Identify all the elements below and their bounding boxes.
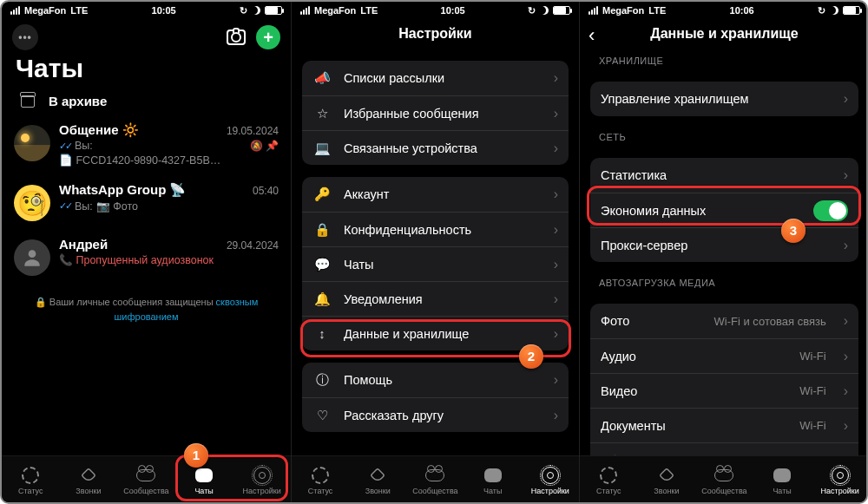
info-icon: ⓘ xyxy=(312,372,332,389)
star-icon: ☆ xyxy=(312,106,332,121)
settings-group: 📣Списки рассылки› ☆Избранные сообщения› … xyxy=(302,61,569,165)
chat-row[interactable]: 🧐 WhatsApp Group 📡 05:40 ✓✓ Вы: 📷 Фото xyxy=(2,177,291,232)
chevron-right-icon: › xyxy=(554,106,558,121)
communities-icon xyxy=(136,469,155,481)
row-tell-friend[interactable]: ♡Рассказать другу› xyxy=(302,397,569,432)
chat-name: Общение 🔆 xyxy=(59,122,139,138)
tab-chats[interactable]: Чаты xyxy=(756,466,808,495)
page-title: Чаты xyxy=(2,54,291,90)
chats-icon xyxy=(773,468,791,482)
encryption-notice: 🔒 Ваши личные сообщения защищены сквозны… xyxy=(2,286,291,324)
chat-preview: ✓✓ Вы: 📷 Фото xyxy=(59,200,279,213)
row-help[interactable]: ⓘПомощь› xyxy=(302,363,569,397)
tab-status[interactable]: Статус xyxy=(4,466,56,495)
row-auto-photo[interactable]: ФотоWi-Fi и сотовая связь› xyxy=(590,304,858,338)
row-broadcast-lists[interactable]: 📣Списки рассылки› xyxy=(302,61,569,95)
tab-calls[interactable]: Звонки xyxy=(352,466,404,495)
dnd-icon xyxy=(252,6,260,15)
tab-status[interactable]: Статус xyxy=(582,466,635,495)
read-ticks-icon: ✓✓ xyxy=(59,141,71,152)
chat-row[interactable]: Общение 🔆 19.05.2024 ✓✓ Вы: 🔕 📌 📄 FCCD14… xyxy=(2,117,291,177)
row-auto-audio[interactable]: АудиоWi-Fi› xyxy=(590,338,858,373)
new-chat-button[interactable]: + xyxy=(256,25,280,49)
chevron-right-icon: › xyxy=(844,313,848,329)
row-account[interactable]: 🔑Аккаунт› xyxy=(302,177,569,212)
camera-icon[interactable] xyxy=(227,29,246,45)
chat-preview-line2: 📄 FCCD1420-9890-4327-B5B… xyxy=(59,154,279,167)
screen-data-storage: MegaFonLTE 10:06 ↻ ‹ Данные и хранилище … xyxy=(580,2,868,502)
tab-settings[interactable]: Настройки xyxy=(814,466,866,495)
svg-point-0 xyxy=(29,250,36,258)
screen-settings: MegaFonLTE 10:05 ↻ Настройки 📣Списки рас… xyxy=(291,2,580,502)
chat-preview: ✓✓ Вы: xyxy=(59,140,93,152)
lock-icon: 🔒 xyxy=(312,222,332,238)
row-reset-auto[interactable]: Сбросить настройки автозагрузки xyxy=(590,442,858,455)
tab-calls[interactable]: Звонки xyxy=(62,466,115,495)
tab-status[interactable]: Статус xyxy=(294,466,346,495)
row-statistics[interactable]: Статистика› xyxy=(590,158,858,193)
chevron-right-icon: › xyxy=(844,418,848,434)
row-auto-docs[interactable]: ДокументыWi-Fi› xyxy=(590,408,858,442)
row-notifications[interactable]: 🔔Уведомления› xyxy=(302,281,569,316)
battery-icon xyxy=(843,6,860,15)
tab-communities[interactable]: Сообщества xyxy=(120,466,172,495)
avatar xyxy=(14,125,50,161)
tab-chats[interactable]: Чаты xyxy=(467,466,519,495)
chevron-right-icon: › xyxy=(844,383,848,399)
chat-name: WhatsApp Group 📡 xyxy=(59,182,187,198)
status-icon xyxy=(600,467,617,484)
data-saver-toggle[interactable] xyxy=(813,200,848,221)
row-privacy[interactable]: 🔒Конфиденциальность› xyxy=(302,212,569,246)
communities-icon xyxy=(425,469,444,481)
status-icon xyxy=(312,467,329,484)
status-bar: MegaFon LTE 10:05 ↻ xyxy=(2,2,291,19)
tab-settings[interactable]: Настройки xyxy=(236,466,288,495)
autodownload-group: ФотоWi-Fi и сотовая связь› АудиоWi-Fi› В… xyxy=(590,304,858,455)
status-bar: MegaFonLTE 10:06 ↻ xyxy=(580,2,868,19)
chevron-right-icon: › xyxy=(844,167,848,183)
chat-icon: 💬 xyxy=(312,257,332,272)
chevron-right-icon: › xyxy=(554,141,558,156)
chats-icon xyxy=(484,468,502,482)
clock: 10:05 xyxy=(441,5,465,16)
chevron-right-icon: › xyxy=(844,91,848,107)
tab-settings[interactable]: Настройки xyxy=(524,466,576,495)
chat-row[interactable]: Андрей 29.04.2024 📞 Пропущенный аудиозво… xyxy=(2,232,291,286)
row-data-saver[interactable]: Экономия данных xyxy=(590,193,858,227)
chevron-right-icon: › xyxy=(844,349,848,364)
megaphone-icon: 📣 xyxy=(312,70,332,86)
more-button[interactable]: ••• xyxy=(12,24,38,50)
network-group: Статистика› Экономия данных Прокси-серве… xyxy=(590,158,858,262)
tab-communities[interactable]: Сообщества xyxy=(698,466,750,495)
nav-header: Настройки xyxy=(292,19,579,49)
chevron-right-icon: › xyxy=(554,70,558,86)
row-manage-storage[interactable]: Управление хранилищем› xyxy=(590,82,858,116)
row-linked-devices[interactable]: 💻Связанные устройства› xyxy=(302,130,569,165)
row-chats[interactable]: 💬Чаты› xyxy=(302,246,569,281)
chevron-right-icon: › xyxy=(554,408,558,423)
tab-chats[interactable]: Чаты xyxy=(178,466,230,495)
laptop-icon: 💻 xyxy=(312,141,332,156)
chats-icon xyxy=(195,468,213,482)
screen-chats: MegaFon LTE 10:05 ↻ ••• + Чаты В архиве xyxy=(2,2,291,502)
orientation-lock-icon: ↻ xyxy=(528,5,536,16)
row-starred[interactable]: ☆Избранные сообщения› xyxy=(302,95,569,130)
gear-icon xyxy=(832,467,849,484)
back-button[interactable]: ‹ xyxy=(589,24,595,47)
battery-icon xyxy=(265,6,282,15)
row-auto-video[interactable]: ВидеоWi-Fi› xyxy=(590,373,858,408)
row-proxy[interactable]: Прокси-сервер› xyxy=(590,227,858,262)
tab-communities[interactable]: Сообщества xyxy=(409,466,461,495)
signal-icon xyxy=(300,6,310,15)
chevron-right-icon: › xyxy=(554,187,558,202)
phone-icon xyxy=(659,468,674,483)
chevron-right-icon: › xyxy=(554,222,558,238)
row-data-storage[interactable]: ↕Данные и хранилище› xyxy=(302,316,569,350)
tab-bar: Статус Звонки Сообщества Чаты Настройки xyxy=(292,455,579,502)
archive-row[interactable]: В архиве xyxy=(2,90,291,117)
signal-icon xyxy=(10,6,20,15)
section-header-network: СЕТЬ xyxy=(590,116,858,146)
tab-calls[interactable]: Звонки xyxy=(641,466,693,495)
nav-title: Данные и хранилище xyxy=(650,26,798,42)
chat-preview-missed: 📞 Пропущенный аудиозвонок xyxy=(59,253,279,266)
